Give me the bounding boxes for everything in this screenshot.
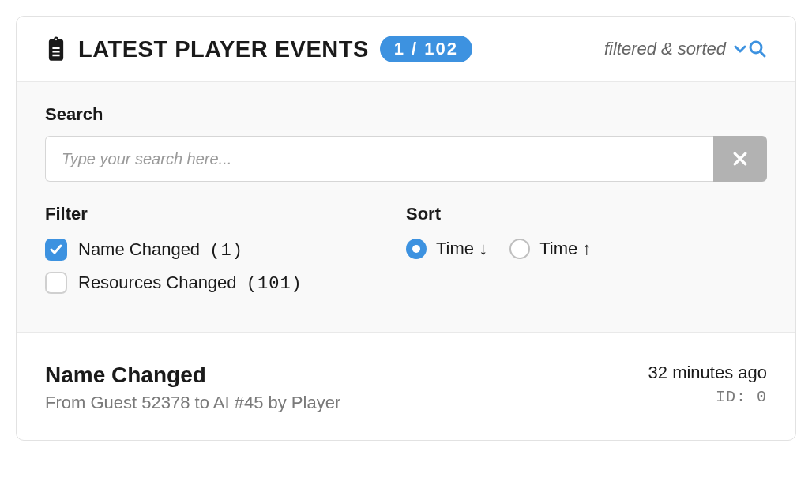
event-title: Name Changed bbox=[45, 363, 340, 388]
close-icon bbox=[733, 152, 747, 166]
checkbox-checked bbox=[45, 239, 67, 261]
count-badge: 1 / 102 bbox=[380, 36, 472, 62]
sort-option-time-asc[interactable]: Time ↑ bbox=[509, 239, 591, 259]
player-events-card: LATEST PLAYER EVENTS 1 / 102 filtered & … bbox=[16, 16, 796, 441]
event-id: ID: 0 bbox=[716, 388, 767, 406]
event-time: 32 minutes ago bbox=[648, 363, 767, 383]
sort-option-label: Time ↑ bbox=[539, 239, 591, 259]
search-icon bbox=[748, 39, 767, 58]
search-label: Search bbox=[45, 104, 767, 125]
radio-selected bbox=[406, 239, 427, 259]
header-left: LATEST PLAYER EVENTS 1 / 102 bbox=[45, 36, 472, 62]
sort-option-label: Time ↓ bbox=[436, 239, 487, 259]
toggle-search-button[interactable] bbox=[734, 39, 767, 58]
filter-label: Filter bbox=[45, 204, 406, 224]
event-description: From Guest 52378 to AI #45 by Player bbox=[45, 393, 340, 413]
chevron-down-icon bbox=[734, 43, 746, 55]
clipboard-icon bbox=[45, 36, 67, 62]
event-left: Name Changed From Guest 52378 to AI #45 … bbox=[45, 363, 340, 413]
filter-status-text: filtered & sorted bbox=[604, 39, 726, 59]
sort-label: Sort bbox=[406, 204, 767, 224]
search-row bbox=[45, 136, 767, 182]
filter-option-label: Resources Changed (101) bbox=[78, 273, 303, 294]
filter-option-resources-changed[interactable]: Resources Changed (101) bbox=[45, 272, 406, 294]
check-icon bbox=[50, 243, 62, 256]
radio-unselected bbox=[509, 239, 530, 259]
filter-sort-row: Filter Name Changed (1) Res bbox=[45, 204, 767, 305]
card-header: LATEST PLAYER EVENTS 1 / 102 filtered & … bbox=[17, 17, 795, 82]
filter-column: Filter Name Changed (1) Res bbox=[45, 204, 406, 305]
filter-option-name-changed[interactable]: Name Changed (1) bbox=[45, 239, 406, 261]
card-title: LATEST PLAYER EVENTS bbox=[78, 36, 369, 62]
header-right: filtered & sorted bbox=[604, 39, 767, 59]
sort-options: Time ↓ Time ↑ bbox=[406, 239, 767, 259]
svg-line-1 bbox=[760, 51, 765, 56]
filter-option-label: Name Changed (1) bbox=[78, 239, 243, 261]
event-item[interactable]: Name Changed From Guest 52378 to AI #45 … bbox=[17, 333, 795, 440]
clear-search-button[interactable] bbox=[713, 136, 767, 182]
event-right: 32 minutes ago ID: 0 bbox=[648, 363, 767, 406]
controls-panel: Search Filter Name Chan bbox=[17, 82, 795, 333]
checkbox-unchecked bbox=[45, 272, 67, 294]
sort-option-time-desc[interactable]: Time ↓ bbox=[406, 239, 487, 259]
sort-column: Sort Time ↓ Time ↑ bbox=[406, 204, 767, 305]
search-input[interactable] bbox=[45, 136, 713, 182]
